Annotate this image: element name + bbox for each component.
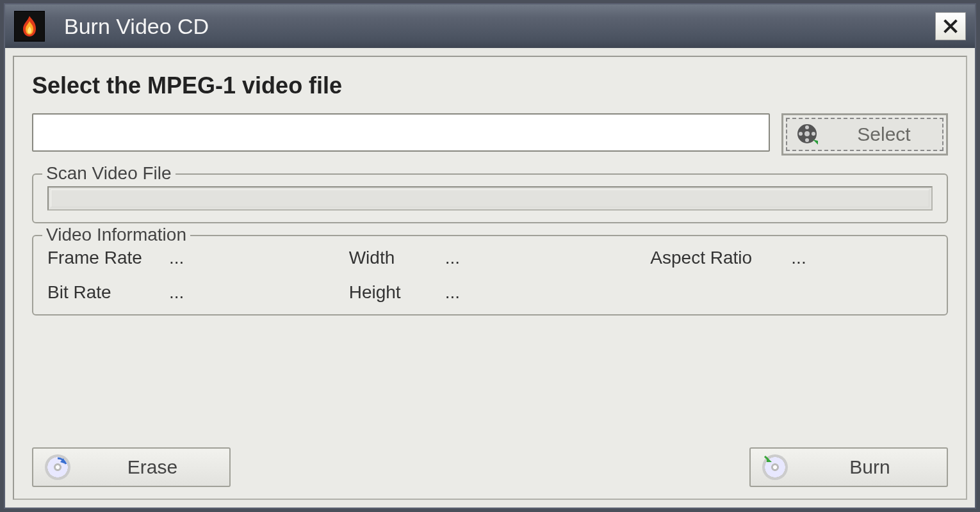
cd-burn-icon	[762, 454, 788, 480]
burn-video-cd-window: Burn Video CD Select the MPEG-1 video fi…	[4, 3, 976, 509]
info-legend: Video Information	[42, 225, 190, 245]
close-icon	[943, 19, 958, 33]
info-grid: Frame Rate ... Width ... Aspect Ratio ..…	[47, 248, 933, 303]
info-empty-cell	[650, 282, 933, 303]
height-label: Height	[349, 282, 445, 303]
svg-point-1	[804, 131, 810, 136]
footer-actions: Erase Burn	[32, 447, 948, 487]
close-button[interactable]	[935, 12, 966, 40]
cd-erase-icon	[45, 454, 70, 480]
window-title: Burn Video CD	[64, 14, 935, 39]
erase-button[interactable]: Erase	[32, 447, 231, 487]
dialog-body: Select the MPEG-1 video file Select	[13, 56, 967, 500]
video-info-fieldset: Video Information Frame Rate ... Width .…	[32, 235, 948, 316]
select-file-button[interactable]: Select	[786, 118, 943, 151]
scan-video-fieldset: Scan Video File	[32, 173, 948, 223]
burn-button[interactable]: Burn	[749, 447, 948, 487]
frame-rate-value: ...	[169, 248, 184, 268]
svg-point-2	[805, 125, 809, 129]
bit-rate-item: Bit Rate ...	[47, 282, 330, 303]
aspect-ratio-value: ...	[791, 248, 806, 268]
bit-rate-label: Bit Rate	[47, 282, 169, 303]
fire-icon	[17, 13, 42, 39]
height-item: Height ...	[349, 282, 632, 303]
app-icon	[14, 11, 45, 42]
burn-button-label: Burn	[804, 456, 935, 478]
scan-legend: Scan Video File	[42, 163, 176, 184]
width-value: ...	[445, 248, 460, 268]
svg-point-5	[812, 132, 815, 136]
film-reel-icon	[796, 123, 819, 146]
erase-button-label: Erase	[87, 456, 218, 478]
svg-point-4	[799, 132, 803, 136]
height-value: ...	[445, 282, 460, 303]
aspect-ratio-label: Aspect Ratio	[650, 248, 791, 268]
frame-rate-item: Frame Rate ...	[47, 248, 330, 268]
width-item: Width ...	[349, 248, 632, 268]
titlebar: Burn Video CD	[5, 4, 975, 48]
select-button-label: Select	[835, 124, 933, 145]
bit-rate-value: ...	[169, 282, 184, 303]
aspect-ratio-item: Aspect Ratio ...	[650, 248, 933, 268]
scan-progress-bar	[47, 186, 933, 211]
page-heading: Select the MPEG-1 video file	[32, 72, 948, 99]
svg-point-3	[805, 138, 809, 142]
video-file-input[interactable]	[32, 113, 770, 152]
width-label: Width	[349, 248, 445, 268]
select-button-frame: Select	[781, 113, 948, 156]
file-select-row: Select	[32, 113, 948, 156]
frame-rate-label: Frame Rate	[47, 248, 169, 268]
